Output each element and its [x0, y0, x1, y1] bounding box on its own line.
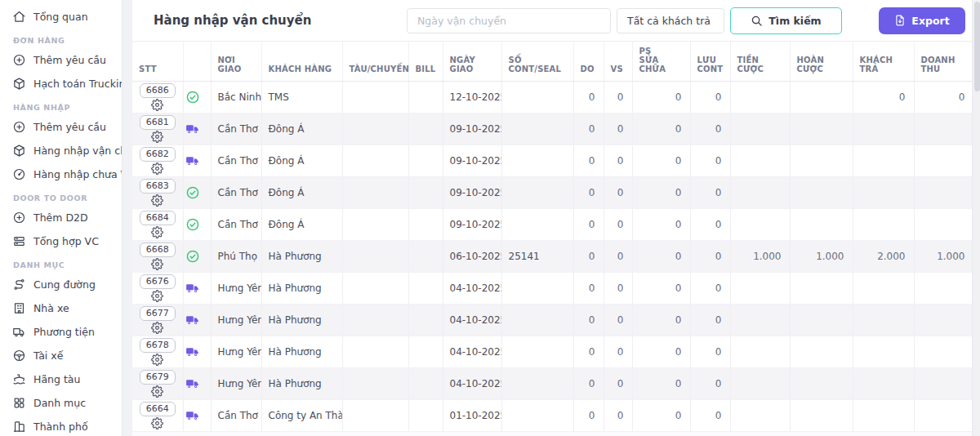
- truck-status-icon: [185, 376, 209, 391]
- order-id-badge[interactable]: 6686: [140, 83, 176, 98]
- gear-plus-icon[interactable]: [135, 417, 180, 429]
- grid-icon: [12, 396, 26, 410]
- khach_tra-cell: [853, 273, 914, 305]
- gear-plus-icon[interactable]: [135, 194, 180, 207]
- status-cell: [183, 209, 211, 241]
- sidebar-item-label: Hàng nhập chưa VC: [33, 168, 122, 180]
- page-title: Hàng nhập vận chuyển: [154, 13, 311, 28]
- doanh_thu-cell: [914, 113, 972, 145]
- do-cell: 0: [573, 241, 604, 273]
- gear-plus-icon[interactable]: [135, 226, 180, 238]
- filter-toolbar: Tìm kiếm Export: [407, 7, 965, 34]
- tien_cuoc-cell: [730, 145, 790, 177]
- sidebar-item-tong-hop-vc[interactable]: Tổng hợp VC: [0, 229, 122, 253]
- order-id-badge[interactable]: 6676: [140, 274, 176, 289]
- vertical-scrollbar[interactable]: [972, 0, 980, 436]
- bill-cell: [408, 368, 443, 400]
- order-id-badge[interactable]: 6683: [140, 179, 176, 194]
- khach_tra-cell: [853, 177, 914, 209]
- sidebar-item-tong-quan[interactable]: Tổng quan: [0, 5, 122, 29]
- ngay_giao-cell: 06-10-2025: [443, 241, 501, 273]
- sidebar-item-hang-nhap-van-chuyen[interactable]: Hàng nhập vận chuyển: [0, 139, 122, 162]
- stt-cell: 6677: [132, 305, 183, 336]
- khach_hang-cell: Đông Á: [261, 177, 342, 209]
- status-cell: [183, 305, 211, 336]
- tien_cuoc-cell: [730, 273, 790, 305]
- order-id-badge[interactable]: 6682: [140, 147, 176, 162]
- hoan_cuoc-cell: [790, 145, 853, 177]
- search-button-label: Tìm kiếm: [768, 15, 821, 27]
- truck-icon: [12, 325, 26, 339]
- khach_tra-cell: [853, 305, 914, 336]
- so_cont_seal-cell: [501, 177, 573, 209]
- ps_sua_chua-cell: 0: [632, 113, 690, 145]
- bill-cell: [408, 145, 443, 177]
- gear-plus-icon[interactable]: [135, 290, 180, 302]
- check-circle-icon: [185, 217, 209, 232]
- gear-plus-icon[interactable]: [135, 322, 180, 334]
- sidebar-item-thanh-pho[interactable]: Thành phố: [0, 415, 122, 436]
- sidebar-item-danh-muc[interactable]: Danh mục: [0, 391, 122, 415]
- status-cell: [183, 145, 211, 177]
- sidebar-item-hang-tau[interactable]: Hãng tàu: [0, 367, 122, 391]
- tien_cuoc-cell: [730, 113, 790, 145]
- scrollbar-thumb[interactable]: [974, 2, 980, 91]
- sidebar-item-phuong-tien[interactable]: Phương tiện: [0, 320, 122, 344]
- gear-plus-icon[interactable]: [135, 385, 180, 398]
- sidebar-item-cung-duong[interactable]: Cung đường: [0, 273, 122, 296]
- luu_cont-cell: 0: [690, 273, 730, 305]
- luu_cont-cell: 0: [690, 145, 730, 177]
- status-cell: [183, 273, 211, 305]
- sidebar-item-hang-nhap-chua-vc[interactable]: Hàng nhập chưa VC: [0, 162, 122, 186]
- rows-icon: [12, 234, 26, 248]
- table-row: 6677Hưng YênHà Phương04-10-20250000: [132, 305, 972, 336]
- column-header-so_cont_seal: SỐ CONT/SEAL: [501, 42, 573, 82]
- so_cont_seal-cell: [501, 113, 573, 145]
- search-button[interactable]: Tìm kiếm: [730, 7, 842, 34]
- route-icon: [12, 278, 26, 291]
- status-cell: [183, 400, 211, 432]
- gear-plus-icon[interactable]: [135, 354, 180, 366]
- bill-cell: [408, 209, 443, 241]
- order-id-badge[interactable]: 6664: [140, 402, 176, 416]
- ps_sua_chua-cell: 0: [632, 209, 690, 241]
- order-id-badge[interactable]: 6677: [140, 306, 176, 321]
- doanh_thu-cell: [914, 177, 972, 209]
- order-id-badge[interactable]: 6681: [140, 115, 176, 130]
- hoan_cuoc-cell: [790, 400, 853, 432]
- do-cell: 0: [573, 336, 604, 368]
- ngay_giao-cell: 09-10-2025: [443, 209, 501, 241]
- sidebar-item-label: Hạch toán Trucking: [33, 78, 122, 90]
- order-id-badge[interactable]: 6679: [140, 370, 176, 385]
- ship-date-input[interactable]: [407, 8, 611, 33]
- sidebar-item-hach-toan-trucking[interactable]: Hạch toán Trucking: [0, 72, 122, 96]
- sidebar-item-them-d2d[interactable]: Thêm D2D: [0, 206, 122, 229]
- table-row: 6686Bắc NinhTMS12-10-2025000000: [132, 82, 972, 113]
- sidebar-item-them-yeu-cau[interactable]: Thêm yêu cầu: [0, 115, 122, 139]
- sidebar-item-tai-xe[interactable]: Tài xế: [0, 344, 122, 367]
- bill-cell: [408, 82, 443, 113]
- khach_tra-cell: [853, 336, 914, 368]
- sidebar-item-nha-xe[interactable]: Nhà xe: [0, 296, 122, 320]
- gear-plus-icon[interactable]: [135, 258, 180, 270]
- export-button[interactable]: Export: [879, 7, 965, 34]
- sidebar-item-them-yeu-cau[interactable]: Thêm yêu cầu: [0, 48, 122, 72]
- gear-plus-icon[interactable]: [135, 131, 180, 143]
- truck-status-icon: [185, 122, 209, 136]
- package-icon: [12, 144, 26, 158]
- luu_cont-cell: 0: [690, 209, 730, 241]
- khach_tra-cell: 0: [853, 82, 914, 113]
- order-id-badge[interactable]: 6684: [140, 211, 176, 225]
- gear-plus-icon[interactable]: [135, 162, 180, 175]
- tau_chuyen-cell: [342, 82, 408, 113]
- gear-plus-icon[interactable]: [135, 99, 180, 111]
- order-id-badge[interactable]: 6668: [140, 242, 176, 257]
- sidebar-item-label: Cung đường: [33, 278, 96, 291]
- doanh_thu-cell: [914, 273, 972, 305]
- customer-filter-select[interactable]: [617, 8, 724, 33]
- ngay_giao-cell: 09-10-2025: [443, 145, 501, 177]
- hoan_cuoc-cell: [790, 82, 853, 113]
- khach_tra-cell: 2.000: [853, 241, 914, 273]
- column-header-khach_tra: KHÁCH TRẢ: [853, 42, 914, 82]
- order-id-badge[interactable]: 6678: [140, 338, 176, 353]
